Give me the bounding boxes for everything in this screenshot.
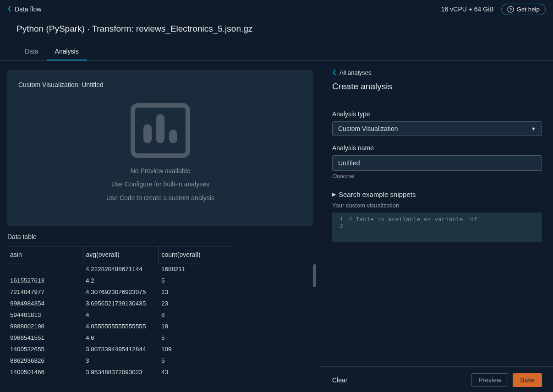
all-analyses-link[interactable]: ❯ All analyses [332, 69, 542, 76]
preview-button[interactable]: Preview [471, 373, 508, 387]
bar-icon [156, 114, 164, 143]
scrollbar[interactable] [313, 264, 316, 287]
data-table-label: Data table [7, 233, 313, 240]
analysis-name-input[interactable] [332, 155, 542, 171]
table-cell: 594481813 [7, 309, 83, 321]
search-snippets-toggle[interactable]: ▶ Search example snippets [332, 191, 542, 198]
table-row: 14005014663.95348837209302343 [7, 366, 234, 378]
chevron-left-icon: ❯ [7, 6, 12, 12]
svg-text:?: ? [509, 7, 512, 12]
table-row: 886293682635 [7, 355, 234, 366]
data-table-section: Data table asin avg(overall) count(overa… [7, 233, 313, 378]
table-cell: 4 [83, 309, 159, 321]
back-link[interactable]: ❯ Data flow [7, 5, 41, 13]
col-avg: avg(overall) [83, 246, 159, 263]
page-title: Python (PySpark) · Transform: reviews_El… [0, 18, 553, 38]
visualization-card: Custom Visualization: Untitled No Previe… [7, 70, 313, 226]
viz-hint-2: Use Code to create a custom analysis [106, 192, 214, 204]
all-analyses-label: All analyses [339, 69, 371, 76]
no-preview-text: No Preview available [131, 165, 191, 177]
create-analysis-title: Create analysis [332, 82, 542, 92]
col-count: count(overall) [159, 246, 234, 263]
tabs: Data Analysis [0, 43, 553, 61]
table-cell: 43 [159, 366, 234, 378]
table-cell: 23 [159, 298, 234, 309]
table-row: 99665415514.65 [7, 332, 234, 343]
main: Custom Visualization: Untitled No Previe… [0, 61, 553, 392]
table-cell: 4.2 [83, 275, 159, 286]
col-asin: asin [7, 246, 83, 263]
help-label: Get help [517, 6, 540, 13]
table-cell: 8 [159, 309, 234, 321]
table-cell: 9984984354 [7, 298, 83, 309]
chevron-down-icon: ▼ [531, 126, 536, 131]
table-cell: 5 [159, 275, 234, 286]
table-cell: 1400501466 [7, 366, 83, 378]
tab-data[interactable]: Data [16, 43, 47, 60]
table-cell: 9888002198 [7, 321, 83, 332]
table-cell: 4.222820488671144 [83, 263, 159, 275]
table-cell: 1688211 [159, 263, 234, 275]
viz-hint-1: Use Configure for built-in analyses [111, 179, 209, 190]
select-value: Custom Visualization [338, 125, 398, 132]
right-panel-body: Analysis type Custom Visualization ▼ Ana… [321, 100, 553, 366]
code-editor[interactable]: 1 # Table is available as variable `df` … [332, 212, 542, 242]
right-panel-header: ❯ All analyses Create analysis [321, 61, 553, 100]
table-cell: 4.0555555555555555 [83, 321, 159, 332]
bar-icon [169, 130, 177, 143]
code-content: # Table is available as variable `df` [349, 216, 481, 223]
clear-button[interactable]: Clear [332, 376, 347, 384]
top-bar: ❯ Data flow 16 vCPU + 64 GiB ? Get help [0, 0, 553, 18]
table-row: 4.2228204886711441688211 [7, 263, 234, 275]
footer-right: Preview Save [471, 373, 542, 387]
chevron-left-icon: ❯ [332, 70, 337, 76]
top-right: 16 vCPU + 64 GiB ? Get help [441, 4, 546, 15]
table-cell: 3.8073394495412844 [83, 343, 159, 355]
back-label: Data flow [15, 5, 41, 13]
tab-analysis[interactable]: Analysis [47, 43, 87, 60]
table-row: 72140479774.307692307692307513 [7, 286, 234, 298]
table-cell: 18 [159, 321, 234, 332]
data-table: asin avg(overall) count(overall) 4.22282… [7, 246, 234, 378]
table-header-row: asin avg(overall) count(overall) [7, 246, 234, 263]
table-cell: 1400532655 [7, 343, 83, 355]
help-icon: ? [507, 6, 514, 13]
right-panel: ❯ All analyses Create analysis Analysis … [321, 61, 553, 392]
table-cell: 3.953488372093023 [83, 366, 159, 378]
right-panel-footer: Clear Preview Save [321, 366, 553, 392]
table-cell: 5 [159, 332, 234, 343]
left-panel: Custom Visualization: Untitled No Previe… [0, 61, 321, 392]
table-cell: 9966541551 [7, 332, 83, 343]
analysis-name-label: Analysis name [332, 144, 542, 152]
chart-placeholder-icon [131, 103, 190, 158]
table-row: 16155276134.25 [7, 275, 234, 286]
analysis-type-label: Analysis type [332, 110, 542, 118]
save-button[interactable]: Save [513, 373, 542, 387]
table-cell: 13 [159, 286, 234, 298]
table-cell: 4.3076923076923075 [83, 286, 159, 298]
get-help-button[interactable]: ? Get help [501, 4, 546, 15]
resource-info: 16 vCPU + 64 GiB [441, 5, 494, 13]
table-cell: 3.6956521739130435 [83, 298, 159, 309]
search-snippets-label: Search example snippets [339, 191, 416, 198]
code-line: 2 [332, 223, 542, 230]
table-cell: 4.6 [83, 332, 159, 343]
viz-title: Custom Visualization: Untitled [18, 81, 302, 88]
analysis-type-select[interactable]: Custom Visualization ▼ [332, 121, 542, 136]
table-cell: 109 [159, 343, 234, 355]
table-row: 98880021984.055555555555555518 [7, 321, 234, 332]
table-cell: 3 [83, 355, 159, 366]
triangle-right-icon: ▶ [332, 191, 336, 197]
table-cell: 8862936826 [7, 355, 83, 366]
table-row: 59448181348 [7, 309, 234, 321]
viz-placeholder: No Preview available Use Configure for b… [18, 92, 302, 215]
table-row: 14005326553.8073394495412844109 [7, 343, 234, 355]
table-row: 99849843543.695652173913043523 [7, 298, 234, 309]
custom-viz-label: Your custom visualization [332, 202, 542, 209]
bar-icon [143, 124, 152, 143]
code-line: 1 # Table is available as variable `df` [332, 216, 542, 223]
optional-text: Optional [332, 173, 542, 180]
line-number: 2 [332, 223, 349, 230]
data-table-wrapper: asin avg(overall) count(overall) 4.22282… [7, 246, 234, 378]
table-cell: 5 [159, 355, 234, 366]
